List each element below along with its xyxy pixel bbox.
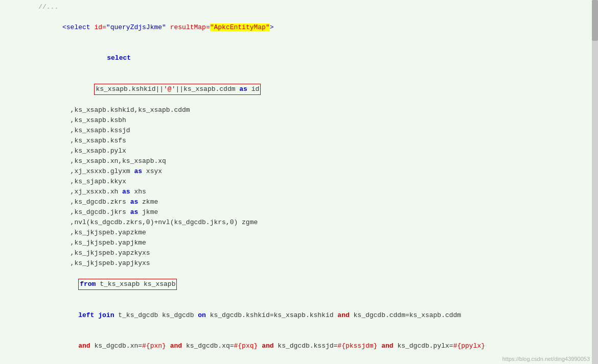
line-14: ,ks_jkjspeb.yapjkme bbox=[0, 238, 598, 248]
line-xml: <select id="queryZdjsJkme" resultMap="Ap… bbox=[0, 12, 598, 43]
line-3: ,ks_xsapb.kssjd bbox=[0, 126, 598, 136]
line-13: ,ks_jkjspeb.yapzkme bbox=[0, 228, 598, 238]
line-12: ,nvl(ks_dgcdb.zkrs,0)+nvl(ks_dgcdb.jkrs,… bbox=[0, 217, 598, 228]
line-10: ,ks_dgcdb.zkrs as zkme bbox=[0, 197, 598, 207]
line-6: ,ks_xsapb.xn,ks_xsapb.xq bbox=[0, 156, 598, 166]
line-5: ,ks_xsapb.pylx bbox=[0, 146, 598, 156]
line-11: ,ks_dgcdb.jkrs as jkme bbox=[0, 207, 598, 217]
line-7: ,xj_xsxxb.glyxm as xsyx bbox=[0, 166, 598, 177]
watermark: https://blog.csdn.net/ding43990053 bbox=[502, 356, 590, 362]
line-from-boxed: from t_ks_xsapb ks_xsapb bbox=[0, 269, 598, 300]
line-8: ,ks_sjapb.kkyx bbox=[0, 177, 598, 187]
line-15: ,ks_jkjspeb.yapzkyxs bbox=[0, 248, 598, 258]
line-2: ,ks_xsapb.ksbh bbox=[0, 115, 598, 126]
line-16: ,ks_jkjspeb.yapjkyxs bbox=[0, 258, 598, 269]
line-1: ,ks_xsapb.kshkid,ks_xsapb.cddm bbox=[0, 105, 598, 115]
code-container: //... <select id="queryZdjsJkme" resultM… bbox=[0, 0, 598, 364]
line-9: ,xj_xsxxb.xh as xhs bbox=[0, 187, 598, 197]
line-select: select bbox=[0, 43, 598, 74]
scrollbar-thumb[interactable] bbox=[592, 0, 598, 41]
line-boxed-id: ks_xsapb.kshkid||'@'||ks_xsapb.cddm as i… bbox=[0, 74, 598, 105]
scrollbar[interactable] bbox=[592, 0, 598, 364]
line-left-join-1: left join t_ks_dgcdb ks_dgcdb on ks_dgcd… bbox=[0, 300, 598, 331]
line-scrolltop: //... bbox=[0, 2, 598, 12]
line-4: ,ks_xsapb.ksfs bbox=[0, 136, 598, 146]
